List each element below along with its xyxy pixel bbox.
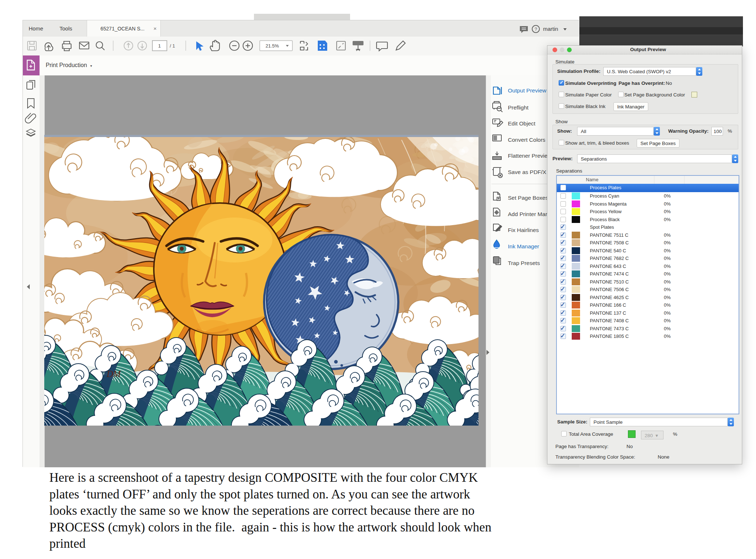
svg-text:1: 1	[158, 43, 161, 49]
svg-text:martin: martin	[543, 26, 558, 32]
svg-text:?: ?	[535, 26, 537, 32]
svg-text:DM: DM	[106, 369, 121, 379]
svg-text:/ 1: / 1	[170, 43, 175, 49]
svg-text:21.5%: 21.5%	[266, 43, 279, 49]
